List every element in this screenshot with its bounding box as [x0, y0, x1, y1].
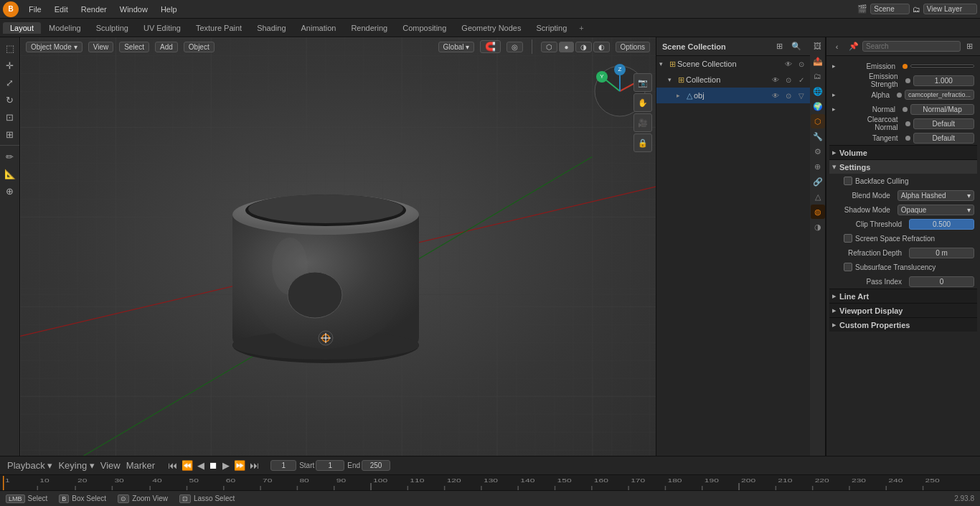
view-layer-name[interactable]: View Layer: [923, 4, 977, 14]
volume-section[interactable]: ▸ Volume: [829, 145, 977, 159]
select-menu-btn[interactable]: Select: [119, 42, 149, 52]
box-select-status[interactable]: B Box Select: [59, 495, 106, 503]
scene-col-render-icon[interactable]: 👁: [783, 58, 794, 70]
clearcoat-normal-value[interactable]: Default: [913, 118, 975, 129]
lock-gizmo-btn[interactable]: 🔒: [633, 133, 652, 152]
view-dropdown[interactable]: View: [99, 460, 122, 471]
outliner-filter-btn[interactable]: ⊞: [771, 39, 787, 55]
scale-tool-btn[interactable]: ⊡: [2, 109, 18, 125]
rotate-tool-btn[interactable]: ↻: [2, 92, 18, 108]
physics-props-icon[interactable]: ⊕: [811, 159, 825, 174]
timeline-ruler[interactable]: 1 10 20 30 40 50 60 70 80: [0, 474, 980, 490]
tab-rendering[interactable]: Rendering: [344, 22, 395, 34]
line-art-section[interactable]: ▸ Line Art: [829, 289, 977, 303]
prop-search-input[interactable]: [862, 41, 961, 52]
shadow-mode-dropdown[interactable]: Opaque ▾: [897, 205, 974, 215]
annotate-tool-btn[interactable]: ✏: [2, 149, 18, 164]
alpha-dot[interactable]: [897, 93, 902, 98]
play-backwards-btn[interactable]: ◀: [196, 460, 206, 471]
select-status[interactable]: LMB Select: [6, 495, 47, 503]
measure-tool-btn[interactable]: 📐: [2, 166, 18, 182]
outliner-search-btn[interactable]: 🔍: [788, 39, 804, 55]
refraction-depth-value[interactable]: 0 m: [909, 248, 974, 258]
scene-collection-arrow[interactable]: ▾: [659, 60, 668, 67]
blend-mode-dropdown[interactable]: Alpha Hashed ▾: [897, 190, 974, 201]
end-frame-input[interactable]: [362, 460, 390, 471]
zoom-camera-btn[interactable]: 📷: [633, 73, 652, 92]
object-menu-btn[interactable]: Object: [184, 42, 215, 52]
col-render-icon[interactable]: 👁: [770, 74, 781, 85]
snap-btn[interactable]: 🧲: [480, 40, 501, 53]
collection-item[interactable]: ▾ ⊞ Collection 👁 ⊙ ✓: [656, 72, 810, 88]
object-mode-dropdown[interactable]: Object Mode ▾: [26, 42, 83, 52]
clip-threshold-value[interactable]: 0.500: [909, 219, 974, 230]
view-menu-btn[interactable]: View: [88, 42, 114, 52]
zoom-view-status[interactable]: ⊙ Zoom View: [118, 495, 168, 503]
scene-collection-item[interactable]: ▾ ⊞ Scene Collection 👁 ⊙: [656, 56, 810, 72]
frame-start-btn[interactable]: ⏮: [166, 460, 179, 471]
output-props-icon[interactable]: 📤: [811, 54, 825, 68]
clearcoat-normal-dot[interactable]: [905, 121, 910, 126]
menu-help[interactable]: Help: [155, 4, 183, 15]
view-layer-props-icon[interactable]: 🗂: [811, 69, 825, 83]
menu-edit[interactable]: Edit: [49, 4, 74, 15]
viewport-display-section[interactable]: ▸ Viewport Display: [829, 303, 977, 317]
tangent-value[interactable]: Default: [913, 133, 975, 144]
normal-dot[interactable]: [903, 107, 908, 112]
solid-shading-btn[interactable]: ●: [559, 42, 573, 52]
alpha-value[interactable]: camcopter_refractio...: [905, 90, 974, 100]
add-workspace-tab[interactable]: +: [575, 22, 588, 34]
obj-filter-icon[interactable]: ▽: [796, 90, 807, 101]
tab-shading[interactable]: Shading: [250, 22, 293, 34]
scene-col-viewport-icon[interactable]: ⊙: [796, 58, 807, 70]
menu-file[interactable]: File: [23, 4, 47, 15]
obj-item[interactable]: ▸ △ obj 👁 ⊙ ▽: [656, 88, 810, 103]
emission-strength-dot[interactable]: [905, 78, 910, 83]
menu-render[interactable]: Render: [75, 4, 113, 15]
obj-render-icon[interactable]: 👁: [770, 90, 781, 101]
subsurface-translucency-checkbox[interactable]: [844, 263, 852, 271]
particles-props-icon[interactable]: ⚙: [811, 144, 825, 159]
proportional-btn[interactable]: ◎: [507, 42, 523, 52]
current-frame-input[interactable]: [270, 460, 296, 471]
start-frame-input[interactable]: [316, 460, 344, 471]
playback-dropdown[interactable]: Playback ▾: [6, 460, 54, 471]
emission-strength-value[interactable]: 1.000: [913, 75, 975, 86]
transform-tool-btn[interactable]: ⊞: [2, 126, 18, 142]
shading-props-icon[interactable]: ◑: [811, 220, 825, 234]
viewport[interactable]: Object Mode ▾ View Select Add Object Glo…: [20, 37, 656, 456]
stop-btn[interactable]: ⏹: [207, 460, 220, 471]
frame-prev-btn[interactable]: ⏪: [180, 460, 194, 471]
col-viewport-icon[interactable]: ⊙: [783, 74, 794, 85]
backface-culling-checkbox[interactable]: [844, 177, 852, 185]
prop-pin-btn[interactable]: 📌: [846, 39, 861, 55]
transform-dropdown[interactable]: Global ▾: [438, 42, 475, 52]
custom-properties-section[interactable]: ▸ Custom Properties: [829, 317, 977, 332]
data-props-icon[interactable]: △: [811, 189, 825, 204]
add-menu-btn[interactable]: Add: [155, 42, 178, 52]
move-tool-btn[interactable]: ⤢: [2, 75, 18, 90]
cursor-tool-btn[interactable]: ✛: [2, 57, 18, 73]
material-props-icon[interactable]: ◍: [811, 205, 825, 219]
pass-index-value[interactable]: 0: [909, 276, 974, 287]
col-exclude-icon[interactable]: ✓: [796, 74, 807, 85]
material-shading-btn[interactable]: ◑: [575, 42, 592, 52]
normal-value[interactable]: Normal/Map: [910, 104, 974, 115]
rendered-shading-btn[interactable]: ◐: [593, 42, 610, 52]
tab-layout[interactable]: Layout: [3, 22, 41, 34]
tab-texture-paint[interactable]: Texture Paint: [189, 22, 249, 34]
tab-animation[interactable]: Animation: [294, 22, 344, 34]
lasso-select-status[interactable]: ⊡ Lasso Select: [179, 495, 235, 503]
screen-space-refraction-checkbox[interactable]: [844, 234, 852, 243]
object-props-icon[interactable]: ⬡: [811, 114, 825, 128]
world-props-icon[interactable]: 🌍: [811, 99, 825, 113]
options-btn[interactable]: Options: [616, 42, 650, 52]
tangent-dot[interactable]: [905, 136, 910, 141]
wireframe-shading-btn[interactable]: ⬡: [541, 42, 557, 52]
tab-compositing[interactable]: Compositing: [395, 22, 453, 34]
collection-arrow[interactable]: ▾: [668, 76, 677, 83]
tab-scripting[interactable]: Scripting: [529, 22, 574, 34]
add-tool-btn[interactable]: ⊕: [2, 183, 18, 199]
emission-dot[interactable]: [903, 64, 908, 69]
pan-gizmo-btn[interactable]: ✋: [633, 93, 652, 112]
